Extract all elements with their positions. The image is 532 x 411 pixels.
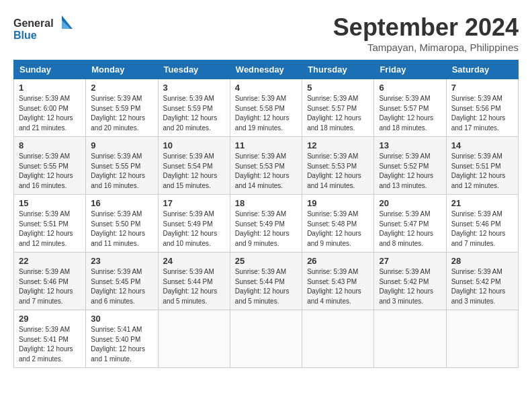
calendar-row-2: 8 Sunrise: 5:39 AM Sunset: 5:55 PM Dayli… bbox=[14, 137, 519, 195]
calendar-cell: 28 Sunrise: 5:39 AM Sunset: 5:42 PM Dayl… bbox=[446, 253, 518, 310]
svg-text:General: General bbox=[13, 17, 54, 29]
day-number: 1 bbox=[19, 83, 81, 93]
calendar-cell bbox=[158, 310, 230, 368]
header-monday: Monday bbox=[86, 60, 158, 79]
day-info: Sunrise: 5:39 AM Sunset: 5:42 PM Dayligh… bbox=[451, 267, 513, 306]
day-number: 22 bbox=[19, 256, 81, 266]
day-number: 18 bbox=[235, 198, 297, 208]
calendar-cell: 5 Sunrise: 5:39 AM Sunset: 5:57 PM Dayli… bbox=[302, 79, 374, 137]
day-number: 16 bbox=[91, 198, 152, 208]
location: Tampayan, Mimaropa, Philippines bbox=[333, 42, 519, 53]
calendar-cell: 26 Sunrise: 5:39 AM Sunset: 5:43 PM Dayl… bbox=[302, 253, 374, 310]
day-info: Sunrise: 5:39 AM Sunset: 5:53 PM Dayligh… bbox=[235, 152, 297, 191]
calendar-cell: 1 Sunrise: 5:39 AM Sunset: 6:00 PM Dayli… bbox=[14, 79, 86, 137]
day-info: Sunrise: 5:39 AM Sunset: 5:57 PM Dayligh… bbox=[379, 94, 441, 133]
calendar-table: Sunday Monday Tuesday Wednesday Thursday… bbox=[13, 60, 519, 368]
calendar-cell: 10 Sunrise: 5:39 AM Sunset: 5:54 PM Dayl… bbox=[158, 137, 230, 195]
day-number: 25 bbox=[235, 256, 297, 266]
calendar-cell bbox=[302, 310, 374, 368]
header-thursday: Thursday bbox=[302, 60, 374, 79]
header-sunday: Sunday bbox=[14, 60, 86, 79]
calendar-cell: 17 Sunrise: 5:39 AM Sunset: 5:49 PM Dayl… bbox=[158, 195, 230, 253]
day-info: Sunrise: 5:39 AM Sunset: 5:44 PM Dayligh… bbox=[163, 267, 225, 306]
day-number: 5 bbox=[307, 83, 369, 93]
calendar-cell: 23 Sunrise: 5:39 AM Sunset: 5:45 PM Dayl… bbox=[86, 253, 158, 310]
day-info: Sunrise: 5:39 AM Sunset: 5:44 PM Dayligh… bbox=[235, 267, 297, 306]
day-number: 3 bbox=[163, 83, 225, 93]
day-info: Sunrise: 5:39 AM Sunset: 5:47 PM Dayligh… bbox=[379, 210, 441, 248]
calendar-cell: 27 Sunrise: 5:39 AM Sunset: 5:42 PM Dayl… bbox=[374, 253, 446, 310]
calendar-cell bbox=[374, 310, 446, 368]
day-info: Sunrise: 5:39 AM Sunset: 5:51 PM Dayligh… bbox=[19, 210, 81, 248]
day-number: 20 bbox=[379, 198, 441, 208]
day-number: 29 bbox=[19, 314, 81, 324]
day-info: Sunrise: 5:41 AM Sunset: 5:40 PM Dayligh… bbox=[91, 325, 152, 364]
header-friday: Friday bbox=[374, 60, 446, 79]
day-number: 17 bbox=[163, 198, 225, 208]
day-info: Sunrise: 5:39 AM Sunset: 5:55 PM Dayligh… bbox=[91, 152, 152, 191]
calendar-row-5: 29 Sunrise: 5:39 AM Sunset: 5:41 PM Dayl… bbox=[14, 310, 519, 368]
calendar-cell bbox=[230, 310, 302, 368]
day-number: 6 bbox=[379, 83, 441, 93]
day-info: Sunrise: 5:39 AM Sunset: 5:48 PM Dayligh… bbox=[307, 210, 369, 248]
logo-svg: General Blue bbox=[13, 13, 74, 44]
day-info: Sunrise: 5:39 AM Sunset: 6:00 PM Dayligh… bbox=[19, 94, 81, 133]
day-info: Sunrise: 5:39 AM Sunset: 5:50 PM Dayligh… bbox=[91, 210, 152, 248]
day-number: 21 bbox=[451, 198, 513, 208]
day-number: 27 bbox=[379, 256, 441, 266]
day-number: 8 bbox=[19, 140, 81, 150]
calendar-cell: 19 Sunrise: 5:39 AM Sunset: 5:48 PM Dayl… bbox=[302, 195, 374, 253]
day-number: 19 bbox=[307, 198, 369, 208]
day-number: 11 bbox=[235, 140, 297, 150]
day-info: Sunrise: 5:39 AM Sunset: 5:45 PM Dayligh… bbox=[91, 267, 152, 306]
calendar-cell: 18 Sunrise: 5:39 AM Sunset: 5:49 PM Dayl… bbox=[230, 195, 302, 253]
day-number: 4 bbox=[235, 83, 297, 93]
day-info: Sunrise: 5:39 AM Sunset: 5:41 PM Dayligh… bbox=[19, 325, 81, 364]
calendar-cell: 14 Sunrise: 5:39 AM Sunset: 5:51 PM Dayl… bbox=[446, 137, 518, 195]
day-number: 7 bbox=[451, 83, 513, 93]
day-info: Sunrise: 5:39 AM Sunset: 5:59 PM Dayligh… bbox=[91, 94, 152, 133]
day-info: Sunrise: 5:39 AM Sunset: 5:56 PM Dayligh… bbox=[451, 94, 513, 133]
day-number: 30 bbox=[91, 314, 152, 324]
calendar-row-1: 1 Sunrise: 5:39 AM Sunset: 6:00 PM Dayli… bbox=[14, 79, 519, 137]
day-info: Sunrise: 5:39 AM Sunset: 5:58 PM Dayligh… bbox=[235, 94, 297, 133]
month-title: September 2024 bbox=[333, 13, 519, 42]
calendar-row-3: 15 Sunrise: 5:39 AM Sunset: 5:51 PM Dayl… bbox=[14, 195, 519, 253]
day-info: Sunrise: 5:39 AM Sunset: 5:52 PM Dayligh… bbox=[379, 152, 441, 191]
day-info: Sunrise: 5:39 AM Sunset: 5:49 PM Dayligh… bbox=[235, 210, 297, 248]
calendar-cell: 24 Sunrise: 5:39 AM Sunset: 5:44 PM Dayl… bbox=[158, 253, 230, 310]
day-number: 12 bbox=[307, 140, 369, 150]
day-info: Sunrise: 5:39 AM Sunset: 5:42 PM Dayligh… bbox=[379, 267, 441, 306]
calendar-cell: 25 Sunrise: 5:39 AM Sunset: 5:44 PM Dayl… bbox=[230, 253, 302, 310]
calendar-cell: 3 Sunrise: 5:39 AM Sunset: 5:59 PM Dayli… bbox=[158, 79, 230, 137]
day-number: 10 bbox=[163, 140, 225, 150]
day-number: 26 bbox=[307, 256, 369, 266]
day-info: Sunrise: 5:39 AM Sunset: 5:49 PM Dayligh… bbox=[163, 210, 225, 248]
calendar-cell bbox=[446, 310, 518, 368]
day-number: 2 bbox=[91, 83, 152, 93]
calendar-cell: 9 Sunrise: 5:39 AM Sunset: 5:55 PM Dayli… bbox=[86, 137, 158, 195]
day-info: Sunrise: 5:39 AM Sunset: 5:51 PM Dayligh… bbox=[451, 152, 513, 191]
day-info: Sunrise: 5:39 AM Sunset: 5:43 PM Dayligh… bbox=[307, 267, 369, 306]
day-number: 9 bbox=[91, 140, 152, 150]
day-info: Sunrise: 5:39 AM Sunset: 5:53 PM Dayligh… bbox=[307, 152, 369, 191]
calendar-cell: 4 Sunrise: 5:39 AM Sunset: 5:58 PM Dayli… bbox=[230, 79, 302, 137]
day-number: 28 bbox=[451, 256, 513, 266]
day-number: 23 bbox=[91, 256, 152, 266]
calendar-cell: 12 Sunrise: 5:39 AM Sunset: 5:53 PM Dayl… bbox=[302, 137, 374, 195]
calendar-cell: 6 Sunrise: 5:39 AM Sunset: 5:57 PM Dayli… bbox=[374, 79, 446, 137]
svg-text:Blue: Blue bbox=[13, 30, 37, 41]
day-info: Sunrise: 5:39 AM Sunset: 5:46 PM Dayligh… bbox=[451, 210, 513, 248]
day-info: Sunrise: 5:39 AM Sunset: 5:46 PM Dayligh… bbox=[19, 267, 81, 306]
calendar-cell: 8 Sunrise: 5:39 AM Sunset: 5:55 PM Dayli… bbox=[14, 137, 86, 195]
day-info: Sunrise: 5:39 AM Sunset: 5:59 PM Dayligh… bbox=[163, 94, 225, 133]
day-number: 14 bbox=[451, 140, 513, 150]
day-number: 13 bbox=[379, 140, 441, 150]
calendar-cell: 22 Sunrise: 5:39 AM Sunset: 5:46 PM Dayl… bbox=[14, 253, 86, 310]
calendar-cell: 13 Sunrise: 5:39 AM Sunset: 5:52 PM Dayl… bbox=[374, 137, 446, 195]
calendar-cell: 11 Sunrise: 5:39 AM Sunset: 5:53 PM Dayl… bbox=[230, 137, 302, 195]
title-block: September 2024 Tampayan, Mimaropa, Phili… bbox=[333, 13, 519, 53]
calendar-cell: 20 Sunrise: 5:39 AM Sunset: 5:47 PM Dayl… bbox=[374, 195, 446, 253]
calendar-cell: 21 Sunrise: 5:39 AM Sunset: 5:46 PM Dayl… bbox=[446, 195, 518, 253]
day-info: Sunrise: 5:39 AM Sunset: 5:55 PM Dayligh… bbox=[19, 152, 81, 191]
